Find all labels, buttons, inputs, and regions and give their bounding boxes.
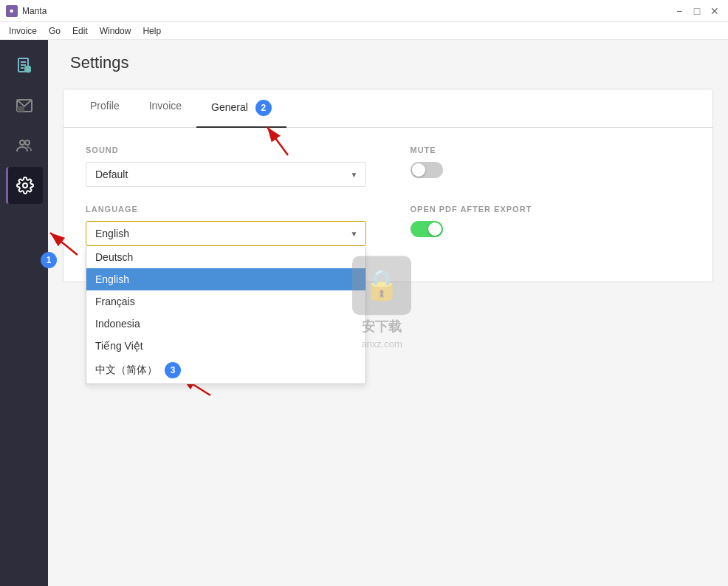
sound-select-arrow: ▼ [351, 171, 358, 179]
mute-toggle-knob [412, 163, 425, 177]
tab-profile[interactable]: Profile [75, 89, 134, 128]
titlebar: Manta − □ ✕ [0, 0, 728, 22]
svg-text:$: $ [27, 68, 30, 72]
lang-option-chinese[interactable]: 中文（简体）3 [86, 357, 365, 384]
menu-edit[interactable]: Edit [66, 24, 94, 38]
menubar: Invoice Go Edit Window Help [0, 22, 728, 40]
open-pdf-toggle[interactable] [411, 221, 443, 237]
sound-select-wrapper: Default ▼ [86, 162, 366, 187]
sidebar-item-clients[interactable] [6, 127, 43, 164]
page-header: Settings [48, 40, 728, 81]
sidebar: $ [0, 40, 48, 586]
lang-option-deutsch[interactable]: Deutsch [86, 246, 365, 268]
page-title: Settings [70, 53, 706, 72]
tab-badge-2: 2 [255, 100, 272, 116]
language-label: LANGUAGE [86, 205, 366, 214]
app-name: Manta [22, 6, 672, 16]
open-pdf-label: OPEN PDF AFTER EXPORT [411, 205, 691, 214]
menu-help[interactable]: Help [137, 24, 167, 38]
step-badge-3: 3 [165, 362, 181, 378]
open-pdf-toggle-knob [428, 222, 442, 236]
maximize-button[interactable]: □ [690, 4, 704, 18]
minimize-button[interactable]: − [672, 4, 687, 18]
lang-option-indonesia[interactable]: Indonesia [86, 313, 365, 335]
menu-invoice[interactable]: Invoice [3, 24, 43, 38]
mute-toggle[interactable] [411, 162, 443, 178]
svg-point-9 [25, 140, 30, 145]
sidebar-item-invoice[interactable]: $ [6, 47, 43, 84]
main-content: Settings Profile Invoice General 2 [48, 40, 728, 586]
open-pdf-section: OPEN PDF AFTER EXPORT [411, 205, 691, 246]
sound-section: SOUND Default ▼ [86, 146, 366, 187]
language-dropdown[interactable]: Deutsch English Français Indonesia Tiếng… [86, 246, 366, 384]
app-icon [6, 5, 18, 17]
settings-area: Profile Invoice General 2 SOUND [63, 89, 713, 282]
lang-option-english[interactable]: English [86, 268, 365, 290]
step-badge-1: 1 [41, 252, 57, 268]
language-select-wrapper: English ▼ Deutsch English Français Indon… [86, 221, 366, 246]
sidebar-item-inbox[interactable] [6, 87, 43, 124]
settings-row-1: SOUND Default ▼ MUTE [86, 146, 690, 187]
language-select[interactable]: English ▼ [86, 221, 366, 246]
close-button[interactable]: ✕ [707, 4, 722, 18]
svg-rect-7 [18, 107, 24, 111]
svg-point-8 [20, 140, 24, 145]
mute-section: MUTE [411, 146, 691, 187]
sound-label: SOUND [86, 146, 366, 154]
language-section: LANGUAGE English ▼ Deutsch English [86, 205, 366, 246]
settings-row-2: LANGUAGE English ▼ Deutsch English [86, 205, 690, 246]
settings-body: SOUND Default ▼ MUTE [63, 128, 712, 282]
svg-point-10 [23, 183, 27, 188]
lang-option-francais[interactable]: Français [86, 290, 365, 313]
lang-option-tieng-viet[interactable]: Tiếng Việt [86, 335, 365, 357]
window-controls: − □ ✕ [672, 4, 722, 18]
tabs-bar: Profile Invoice General 2 [63, 89, 712, 128]
sidebar-item-settings[interactable] [6, 167, 43, 204]
app-layout: $ [0, 40, 728, 586]
language-select-arrow: ▼ [351, 230, 358, 238]
menu-window[interactable]: Window [94, 24, 137, 38]
tab-invoice[interactable]: Invoice [134, 89, 196, 128]
tab-general[interactable]: General 2 [196, 89, 286, 128]
mute-label: MUTE [411, 146, 691, 154]
menu-go[interactable]: Go [43, 24, 66, 38]
sound-select[interactable]: Default ▼ [86, 162, 366, 187]
